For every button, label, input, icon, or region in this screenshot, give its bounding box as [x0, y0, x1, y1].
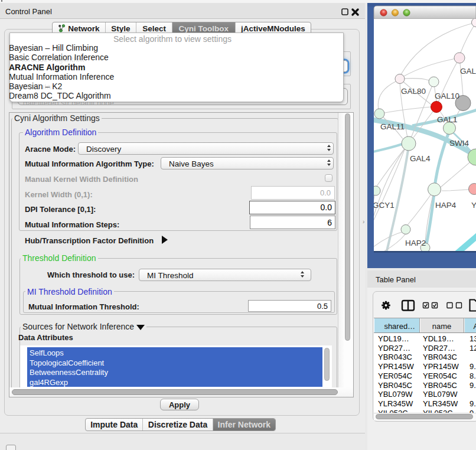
svg-text:HAP2: HAP2 — [405, 239, 426, 247]
svg-text:GCY1: GCY1 — [373, 201, 395, 210]
svg-text:Y: Y — [471, 201, 476, 210]
svg-text:GAL80: GAL80 — [401, 87, 426, 96]
svg-text:GAL: GAL — [460, 67, 476, 76]
svg-text:GAL4: GAL4 — [410, 154, 431, 163]
svg-text:GAL10: GAL10 — [435, 92, 459, 100]
svg-text:GAL1: GAL1 — [437, 115, 458, 124]
svg-text:HAP4: HAP4 — [435, 201, 457, 210]
svg-text:SWI4: SWI4 — [449, 139, 469, 148]
svg-text:GAL11: GAL11 — [380, 122, 405, 131]
